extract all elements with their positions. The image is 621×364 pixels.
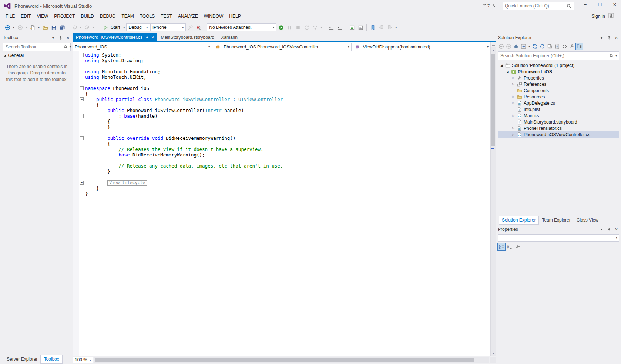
project-dropdown[interactable]: Phoneword_iOS▾ (73, 43, 212, 51)
fold-collapse-icon[interactable]: − (80, 53, 84, 57)
dropdown-caret-icon[interactable]: ▾ (79, 26, 83, 29)
code-line[interactable]: } (73, 185, 490, 191)
tree-item-solution-phoneword-1-project-[interactable]: ◢Solution 'Phoneword' (1 project) (498, 62, 619, 68)
dropdown-caret-icon[interactable]: ▾ (122, 26, 126, 29)
tree-item-phoneword-ios[interactable]: ◢Phoneword_iOS (498, 68, 619, 75)
editor-splitter-handle[interactable] (491, 42, 496, 47)
bookmark-icon[interactable] (369, 23, 377, 31)
scope-to-this-icon[interactable] (520, 43, 527, 50)
menu-item-build[interactable]: BUILD (78, 12, 97, 20)
pin-icon[interactable] (606, 36, 612, 40)
collapsed-region[interactable]: View lifecycle (107, 180, 147, 186)
expand-arrow-icon[interactable]: ▷ (511, 127, 516, 130)
menu-item-help[interactable]: HELP (226, 12, 244, 20)
code-line[interactable]: // Releases the view if it doesn't have … (73, 146, 490, 152)
tree-item-phoneword-iosviewcontroller-cs[interactable]: ▷C#Phoneword_iOSViewController.cs (498, 131, 619, 138)
menu-item-project[interactable]: PROJECT (51, 12, 78, 20)
code-line[interactable]: } (73, 191, 490, 196)
window-position-chevron-icon[interactable]: ▾ (599, 227, 604, 231)
chevron-down-icon[interactable]: ▾ (615, 54, 618, 57)
new-file-icon[interactable] (28, 23, 37, 31)
redo-icon[interactable] (83, 23, 91, 31)
property-pages-icon[interactable] (514, 243, 521, 250)
code-line[interactable]: // Release any cached data, images, etc … (73, 163, 490, 169)
menu-item-tools[interactable]: TOOLS (137, 12, 158, 20)
code-line[interactable] (73, 63, 490, 69)
method-icon[interactable] (353, 43, 362, 51)
member-dropdown[interactable]: ViewDidDisappear(bool animated)▾ (351, 43, 491, 51)
previous-bookmark-icon[interactable] (377, 23, 385, 31)
preview-selected-items-icon[interactable] (576, 43, 583, 50)
code-line[interactable]: } (73, 124, 490, 130)
document-tab[interactable]: MainStoryboard.storyboard (157, 33, 218, 41)
code-line[interactable]: −namespace Phoneword_iOS (73, 85, 490, 91)
view-code-icon[interactable] (561, 43, 568, 50)
code-line[interactable]: − : base(handle) (73, 113, 490, 119)
start-icon[interactable] (101, 23, 109, 31)
expand-arrow-icon[interactable]: ▷ (511, 133, 516, 136)
user-icon[interactable] (608, 13, 614, 20)
window-position-chevron-icon[interactable]: ▾ (599, 36, 604, 40)
tree-item-properties[interactable]: ▷Properties (498, 75, 619, 81)
device-connected-icon[interactable] (277, 23, 285, 31)
navigate-back-icon[interactable] (498, 43, 505, 50)
solution-explorer-search-input[interactable] (500, 53, 609, 58)
code-line[interactable]: { (73, 141, 490, 146)
code-line[interactable]: − public partial class Phoneword_iOSView… (73, 97, 490, 102)
start-button[interactable]: Start (99, 23, 122, 32)
code-editor[interactable]: −using System;using System.Drawing;using… (73, 51, 490, 356)
dropdown-caret-icon[interactable]: ▾ (91, 26, 95, 29)
uncomment-icon[interactable] (356, 23, 365, 31)
editor-vertical-scrollbar[interactable]: ▲ ▼ (490, 42, 496, 356)
undo-icon[interactable] (70, 23, 78, 31)
alphabetical-icon[interactable]: AZ (506, 243, 513, 250)
expand-arrow-icon[interactable]: ▷ (511, 101, 516, 105)
menu-item-view[interactable]: VIEW (34, 12, 51, 20)
dropdown-caret-icon[interactable]: ▾ (527, 45, 531, 48)
code-line[interactable] (73, 158, 490, 163)
minimize-button[interactable]: − (579, 1, 591, 10)
menu-item-team[interactable]: TEAM (118, 12, 137, 20)
open-file-icon[interactable] (41, 23, 49, 31)
properties-window-icon[interactable] (568, 43, 575, 50)
refresh-icon[interactable] (539, 43, 546, 50)
pin-icon[interactable] (145, 36, 149, 39)
save-icon[interactable] (50, 23, 58, 31)
tree-item-info-plist[interactable]: Info.plist (498, 106, 619, 112)
menu-item-analyze[interactable]: ANALYZE (175, 12, 201, 20)
window-position-chevron-icon[interactable]: ▾ (50, 36, 56, 40)
dock-tab-server-explorer[interactable]: Server Explorer (4, 355, 40, 364)
code-line[interactable]: { (73, 119, 490, 124)
pin-icon[interactable] (606, 227, 612, 231)
code-line[interactable]: −using System; (73, 52, 490, 58)
code-line[interactable] (73, 130, 490, 135)
expand-arrow-icon[interactable]: ▷ (511, 76, 516, 80)
collapse-all-icon[interactable] (546, 43, 553, 50)
indent-increase-icon[interactable] (336, 23, 344, 31)
code-line[interactable]: + View lifecycle (73, 180, 490, 185)
expand-arrow-icon[interactable]: ▷ (511, 82, 516, 86)
comment-icon[interactable] (348, 23, 356, 31)
dropdown-caret-icon[interactable]: ▾ (24, 26, 28, 29)
menu-item-file[interactable]: FILE (3, 12, 18, 20)
tree-item-phonetranslator-cs[interactable]: ▷C#PhoneTranslator.cs (498, 125, 619, 131)
scrollbar-track[interactable] (491, 53, 496, 351)
navigate-forward-icon[interactable] (16, 23, 24, 31)
code-line[interactable] (73, 174, 490, 180)
dropdown-caret-icon[interactable]: ▾ (37, 26, 41, 29)
fold-collapse-icon[interactable]: − (80, 86, 84, 90)
menu-item-window[interactable]: WINDOW (201, 12, 226, 20)
class-icon[interactable] (214, 43, 222, 51)
expand-arrow-icon[interactable]: ▷ (511, 114, 516, 117)
tree-item-references[interactable]: ▷References (498, 81, 619, 87)
panel-drag-handle[interactable] (521, 228, 596, 230)
tree-item-appdelegate-cs[interactable]: ▷C#AppDelegate.cs (498, 100, 619, 106)
code-line[interactable]: public Phoneword_iOSViewController(IntPt… (73, 108, 490, 113)
restart-icon[interactable] (302, 23, 310, 31)
expand-arrow-icon[interactable]: ▷ (511, 95, 516, 98)
scrollbar-thumb[interactable] (95, 358, 474, 362)
dock-tab-team-explorer[interactable]: Team Explorer (539, 216, 573, 225)
collapse-arrow-icon[interactable]: ◢ (499, 64, 504, 67)
collapse-arrow-icon[interactable]: ◢ (505, 70, 510, 74)
solution-configurations-combo[interactable]: Debug▾ (126, 23, 150, 31)
